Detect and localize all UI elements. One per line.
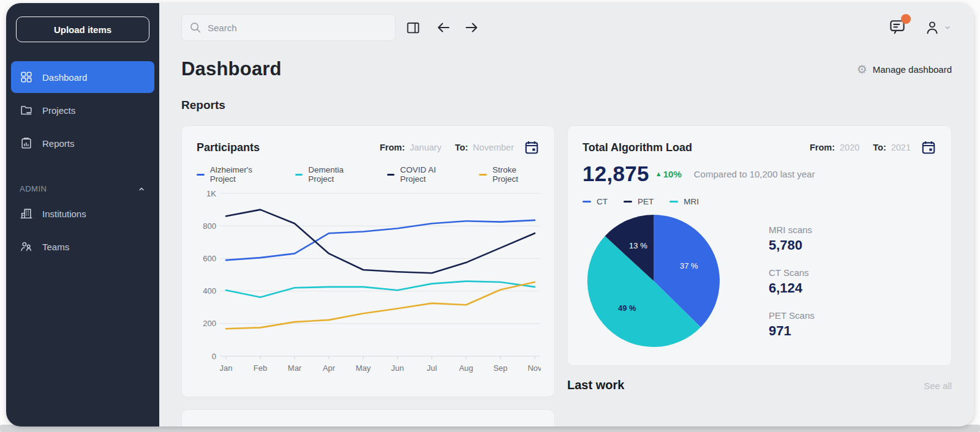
algorithm-card-title: Total Algorithm Load xyxy=(582,141,692,154)
notification-dot xyxy=(901,14,911,24)
stat-value: 971 xyxy=(769,323,815,339)
manage-dashboard-button[interactable]: ⚙ Manage dashboard xyxy=(857,64,952,75)
participants-legend: Alzheimer's Project Dementia Project COV… xyxy=(197,165,540,184)
sidebar-item-projects[interactable]: Projects xyxy=(11,94,154,126)
sidebar-item-reports[interactable]: Reports xyxy=(11,127,154,159)
total-load-value: 12,875 xyxy=(582,162,649,186)
arrow-left-icon xyxy=(435,20,451,35)
gear-icon: ⚙ xyxy=(857,64,867,75)
legend-label: MRI xyxy=(684,197,699,206)
svg-text:400: 400 xyxy=(203,286,216,296)
legend-item[interactable]: COVID AI Project xyxy=(387,165,459,184)
to-label: To: xyxy=(873,143,886,152)
legend-item[interactable]: MRI xyxy=(669,197,699,206)
participants-date-range: From: January To: November xyxy=(380,140,540,155)
svg-text:800: 800 xyxy=(203,222,216,231)
notifications-button[interactable] xyxy=(888,17,907,38)
algorithm-pie-chart: 37 %49 %13 % xyxy=(582,210,725,352)
user-icon xyxy=(924,19,941,36)
calendar-picker-button[interactable] xyxy=(524,140,540,155)
from-value[interactable]: 2020 xyxy=(840,143,859,152)
up-triangle-icon: ▲ xyxy=(655,170,662,177)
search-input[interactable] xyxy=(181,14,396,41)
sidebar-item-label: Dashboard xyxy=(42,72,87,83)
sidebar-item-dashboard[interactable]: Dashboard xyxy=(11,61,154,93)
legend-item[interactable]: Dementia Project xyxy=(295,165,366,184)
content: Dashboard ⚙ Manage dashboard Reports Par… xyxy=(159,48,974,426)
legend-item[interactable]: Alzheimer's Project xyxy=(197,165,274,184)
scan-stats: MRI scans 5,780 CT Scans 6,124 PET Scans… xyxy=(769,225,815,339)
stat-label: PET Scans xyxy=(769,310,815,321)
svg-text:13 %: 13 % xyxy=(629,241,647,250)
from-label: From: xyxy=(810,143,835,152)
panel-toggle-button[interactable] xyxy=(404,19,422,37)
svg-text:37 %: 37 % xyxy=(680,261,698,270)
stat-value: 6,124 xyxy=(769,280,815,296)
clipboard-chart-icon xyxy=(20,136,33,150)
sidebar-item-label: Projects xyxy=(42,105,75,116)
svg-text:Apr: Apr xyxy=(323,363,336,373)
see-all-link[interactable]: See all xyxy=(924,381,952,391)
legend-swatch xyxy=(624,201,632,203)
from-value[interactable]: January xyxy=(410,143,442,152)
svg-text:Sep: Sep xyxy=(493,363,507,373)
stat-label: CT Scans xyxy=(769,267,815,278)
search-box xyxy=(181,14,396,41)
legend-label: CT xyxy=(597,197,608,206)
panel-toggle-icon xyxy=(405,20,421,35)
sidebar-item-label: Institutions xyxy=(42,209,86,219)
stat-item: MRI scans 5,780 xyxy=(769,225,815,253)
folder-icon xyxy=(20,103,33,117)
stat-item: CT Scans 6,124 xyxy=(769,267,815,296)
chevron-down-icon xyxy=(943,23,952,32)
admin-section-label: ADMIN xyxy=(20,184,47,193)
sidebar-item-institutions[interactable]: Institutions xyxy=(11,198,154,229)
back-button[interactable] xyxy=(434,18,453,37)
legend-swatch xyxy=(197,174,205,176)
legend-swatch xyxy=(387,174,395,176)
svg-text:Nov: Nov xyxy=(527,363,541,373)
manage-dashboard-label: Manage dashboard xyxy=(873,64,952,75)
user-menu-button[interactable] xyxy=(924,19,952,36)
delta-value: 10% xyxy=(663,169,682,179)
legend-swatch xyxy=(669,201,678,203)
svg-text:Jun: Jun xyxy=(391,363,404,373)
svg-text:May: May xyxy=(356,363,371,373)
stat-label: MRI scans xyxy=(769,225,815,235)
legend-label: Alzheimer's Project xyxy=(210,165,274,184)
admin-section-header[interactable]: ADMIN xyxy=(20,184,146,193)
stat-value: 5,780 xyxy=(769,237,815,253)
page-title: Dashboard xyxy=(181,58,282,80)
pie-legend: CT PET MRI xyxy=(582,197,937,206)
sidebar: Upload items Dashboard Projects Reports xyxy=(6,3,159,426)
svg-text:Feb: Feb xyxy=(254,363,267,373)
to-value[interactable]: November xyxy=(473,143,514,152)
calendar-icon xyxy=(524,140,540,155)
forward-button[interactable] xyxy=(462,18,481,37)
legend-item[interactable]: Stroke Project xyxy=(479,165,540,184)
algorithm-load-card: Total Algorithm Load From: 2020 To: 2021 xyxy=(567,125,952,366)
to-value[interactable]: 2021 xyxy=(891,143,911,152)
sidebar-item-label: Teams xyxy=(42,242,69,252)
calendar-icon xyxy=(921,140,937,155)
legend-item[interactable]: CT xyxy=(582,197,608,206)
svg-text:Jan: Jan xyxy=(220,363,233,373)
legend-label: COVID AI Project xyxy=(400,165,458,184)
chevron-up-icon xyxy=(137,185,146,193)
app-window: Upload items Dashboard Projects Reports xyxy=(6,3,974,426)
svg-text:200: 200 xyxy=(203,319,216,328)
last-work-title: Last work xyxy=(567,378,624,392)
svg-text:Aug: Aug xyxy=(459,363,473,373)
building-icon xyxy=(20,207,33,220)
legend-swatch xyxy=(479,174,487,176)
sidebar-item-teams[interactable]: Teams xyxy=(11,231,154,263)
calendar-picker-button[interactable] xyxy=(921,140,937,155)
delta-badge: ▲ 10% xyxy=(655,169,682,179)
legend-item[interactable]: PET xyxy=(624,197,654,206)
comparison-text: Compared to 10,200 last year xyxy=(694,169,815,179)
upload-items-button[interactable]: Upload items xyxy=(16,17,149,42)
history-arrows xyxy=(434,18,481,37)
sidebar-item-label: Reports xyxy=(42,138,75,149)
participants-line-chart: 02004006008001KJanFebMarAprMayJunJulAugS… xyxy=(197,184,541,381)
svg-text:49 %: 49 % xyxy=(618,304,636,313)
